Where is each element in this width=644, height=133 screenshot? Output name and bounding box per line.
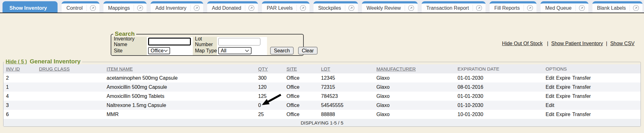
open-in-new-window-icon[interactable] — [527, 5, 533, 11]
column-header-label[interactable]: SITE — [286, 66, 297, 72]
column-header-site[interactable]: SITE — [284, 64, 319, 73]
tab-label: Stockpiles — [318, 5, 345, 11]
hide-out-of-stock-link[interactable]: Hide Out Of Stock — [502, 41, 543, 46]
open-in-new-window-icon[interactable] — [579, 5, 585, 11]
tab-label: Blank Labels — [597, 5, 630, 11]
tab-weekly-review[interactable]: Weekly Review — [362, 1, 418, 13]
lot-number-input[interactable] — [218, 38, 260, 45]
expire-link[interactable]: Expire — [556, 112, 570, 117]
edit-link[interactable]: Edit — [546, 112, 554, 117]
tab-label: Show Inventory — [9, 5, 51, 11]
tab-add-donated[interactable]: Add Donated — [207, 1, 258, 13]
tab-control[interactable]: Control — [62, 1, 99, 13]
map-type-select-value: All — [221, 48, 226, 54]
tab-divider — [86, 5, 87, 11]
edit-link[interactable]: Edit — [546, 103, 554, 108]
tab-divider — [134, 5, 134, 11]
column-header-drug-class[interactable]: DRUG CLASS — [36, 64, 104, 73]
tab-par-levels[interactable]: PAR Levels — [262, 1, 309, 13]
show-patient-inventory-link[interactable]: Show Patient Inventory — [551, 41, 603, 46]
tab-blank-labels[interactable]: Blank Labels — [592, 1, 643, 13]
cell-expiration-date: 01-01-2030 — [455, 92, 543, 101]
column-header-label[interactable]: LOT — [321, 66, 330, 72]
cell-lot: 88888 — [319, 110, 374, 119]
tab-label: Transaction Report — [426, 5, 473, 11]
cell-item-name: acetaminophen 500mg Capsule — [104, 73, 256, 82]
transfer-link[interactable]: Transfer — [572, 93, 591, 99]
tab-stockpiles[interactable]: Stockpiles — [314, 1, 358, 13]
tab-mappings[interactable]: Mappings — [103, 1, 147, 13]
cell-lot: 54545555 — [319, 101, 374, 110]
cell-qty: 125 — [256, 92, 284, 101]
inventory-name-label: Inventory Name — [112, 37, 147, 46]
tab-fill-reports[interactable]: Fill Reports — [490, 1, 536, 13]
open-in-new-window-icon[interactable] — [137, 5, 143, 11]
transfer-link[interactable]: Transfer — [572, 84, 591, 90]
transfer-link[interactable]: Transfer — [572, 75, 591, 81]
inventory-footer-row: DISPLAYING 1-5 / 5 — [3, 119, 641, 126]
expire-link[interactable]: Expire — [556, 75, 570, 81]
open-in-new-window-icon[interactable] — [348, 5, 355, 11]
edit-link[interactable]: Edit — [546, 93, 554, 99]
column-header-lot[interactable]: LOT — [319, 64, 374, 73]
inventory-name-input[interactable] — [148, 38, 191, 45]
tab-med-queue[interactable]: Med Queue — [541, 1, 588, 13]
site-label: Site — [112, 46, 147, 55]
transfer-link[interactable]: Transfer — [572, 112, 591, 117]
column-header-label[interactable]: INV ID — [6, 66, 20, 72]
tab-transaction-report[interactable]: Transaction Report — [422, 1, 486, 13]
cell-site: Office — [284, 101, 319, 110]
open-in-new-window-icon[interactable] — [193, 5, 200, 11]
expire-link[interactable]: Expire — [556, 93, 570, 99]
tab-divider — [297, 5, 297, 11]
tab-label: PAR Levels — [267, 5, 296, 11]
column-header-manufacturer[interactable]: MANUFACTURER — [374, 64, 455, 73]
search-buttons: Search Clear — [267, 46, 318, 55]
map-type-select[interactable]: All — [218, 47, 252, 54]
tab-add-inventory[interactable]: Add Inventory — [151, 1, 203, 13]
clear-button[interactable]: Clear — [298, 47, 318, 55]
cell-options: EditExpireTransfer — [543, 73, 641, 82]
table-row: 2acetaminophen 500mg Capsule300Office123… — [3, 73, 641, 82]
open-in-new-window-icon[interactable] — [300, 5, 306, 11]
column-header-options: OPTIONS — [543, 64, 641, 73]
tab-label: Add Donated — [212, 5, 245, 11]
open-in-new-window-icon[interactable] — [633, 5, 639, 11]
site-select[interactable]: Office — [148, 47, 170, 54]
open-in-new-window-icon[interactable] — [90, 5, 96, 11]
column-header-inv-id[interactable]: INV ID — [3, 64, 36, 73]
tab-divider — [245, 5, 245, 11]
expire-link[interactable]: Expire — [556, 84, 570, 90]
column-header-label[interactable]: ITEM NAME — [107, 66, 133, 72]
search-button[interactable]: Search — [270, 47, 294, 55]
column-header-item-name[interactable]: ITEM NAME — [104, 64, 256, 73]
cell-expiration-date: 01-10-2030 — [455, 101, 543, 110]
cell-manufacturer: Glaxo — [374, 82, 455, 92]
tab-label: Add Inventory — [155, 5, 190, 11]
column-header-label[interactable]: QTY — [258, 66, 268, 72]
general-inventory-legend: Hide ( 5 ) General Inventory — [4, 58, 82, 65]
open-in-new-window-icon[interactable] — [248, 5, 255, 11]
open-in-new-window-icon[interactable] — [408, 5, 414, 11]
link-separator: | — [605, 41, 609, 46]
table-row: 4Amoxicillin 500mg Tablets125Office78452… — [3, 92, 641, 101]
show-csv-link[interactable]: Show CSV — [610, 41, 635, 46]
cell-qty: 25 — [256, 110, 284, 119]
tab-divider — [630, 5, 630, 11]
column-header-label[interactable]: DRUG CLASS — [39, 66, 70, 72]
column-header-label[interactable]: MANUFACTURER — [376, 66, 416, 72]
cell-qty: 0 — [256, 101, 284, 110]
cell-expiration-date: 08-01-2016 — [455, 82, 543, 92]
column-header-qty[interactable]: QTY — [256, 64, 284, 73]
column-header-label: OPTIONS — [546, 66, 567, 72]
cell-options: EditExpireTransfer — [543, 82, 641, 92]
displaying-count: DISPLAYING 1-5 / 5 — [3, 119, 641, 126]
chevron-down-icon — [164, 50, 168, 52]
edit-link[interactable]: Edit — [546, 75, 554, 81]
cell-lot: 12345 — [319, 73, 374, 82]
hide-count-link[interactable]: Hide ( 5 ) — [6, 59, 27, 65]
edit-link[interactable]: Edit — [546, 84, 554, 90]
column-header-expiration-date: EXPIRATION DATE — [455, 64, 543, 73]
open-in-new-window-icon[interactable] — [476, 5, 482, 11]
tab-show-inventory[interactable]: Show Inventory — [3, 1, 58, 13]
